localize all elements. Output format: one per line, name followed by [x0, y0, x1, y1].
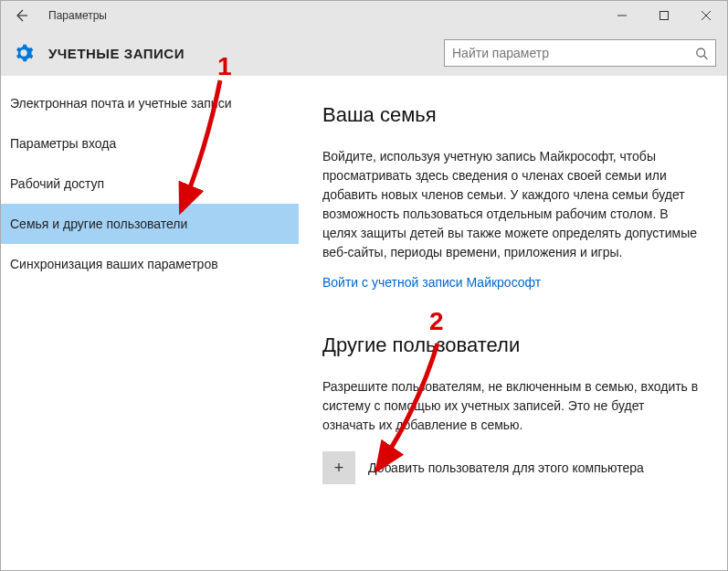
back-button[interactable] [10, 5, 32, 26]
titlebar-left: Параметры [10, 5, 107, 26]
plus-icon: + [322, 451, 355, 484]
sidebar-item-label: Параметры входа [10, 136, 116, 151]
svg-point-4 [697, 48, 705, 57]
content: Ваша семья Войдите, используя учетную за… [299, 76, 727, 570]
titlebar: Параметры [1, 1, 727, 30]
svg-rect-1 [660, 12, 669, 20]
sidebar-item-signin-options[interactable]: Параметры входа [1, 123, 299, 164]
family-heading: Ваша семья [322, 103, 700, 127]
window-controls [601, 1, 727, 30]
minimize-icon [617, 11, 627, 20]
sidebar-item-label: Рабочий доступ [10, 176, 104, 191]
sidebar-item-label: Электронная почта и учетные записи [10, 96, 231, 111]
sidebar-item-family-other-users[interactable]: Семья и другие пользователи [1, 204, 299, 244]
others-paragraph: Разрешите пользователям, не включенным в… [322, 377, 700, 435]
others-heading: Другие пользователи [322, 333, 700, 357]
header: УЧЕТНЫЕ ЗАПИСИ [1, 30, 727, 76]
other-users-section: Другие пользователи Разрешите пользовате… [322, 333, 700, 484]
add-user-button[interactable]: + Добавить пользователя для этого компью… [322, 451, 700, 484]
maximize-icon [659, 11, 669, 20]
search-input[interactable] [452, 46, 695, 60]
sidebar-item-label: Семья и другие пользователи [10, 217, 187, 231]
sidebar-item-work-access[interactable]: Рабочий доступ [1, 164, 299, 204]
page-title: УЧЕТНЫЕ ЗАПИСИ [48, 46, 185, 61]
close-button[interactable] [685, 1, 727, 30]
search-icon [695, 47, 708, 60]
sidebar-item-label: Синхронизация ваших параметров [10, 257, 218, 271]
gear-icon [14, 43, 34, 63]
minimize-button[interactable] [601, 1, 643, 30]
sidebar: Электронная почта и учетные записи Парам… [1, 76, 299, 570]
svg-line-5 [704, 56, 708, 59]
add-user-label: Добавить пользователя для этого компьюте… [368, 460, 644, 475]
body: Электронная почта и учетные записи Парам… [1, 76, 727, 570]
header-left: УЧЕТНЫЕ ЗАПИСИ [14, 43, 185, 63]
close-icon [702, 11, 711, 20]
arrow-left-icon [14, 8, 28, 23]
family-paragraph: Войдите, используя учетную запись Майкро… [322, 147, 700, 262]
sidebar-item-email[interactable]: Электронная почта и учетные записи [1, 83, 299, 123]
sidebar-item-sync[interactable]: Синхронизация ваших параметров [1, 244, 299, 284]
maximize-button[interactable] [643, 1, 685, 30]
search-box[interactable] [444, 39, 716, 67]
signin-ms-link[interactable]: Войти с учетной записи Майкрософт [322, 275, 700, 290]
window-title: Параметры [48, 9, 107, 22]
